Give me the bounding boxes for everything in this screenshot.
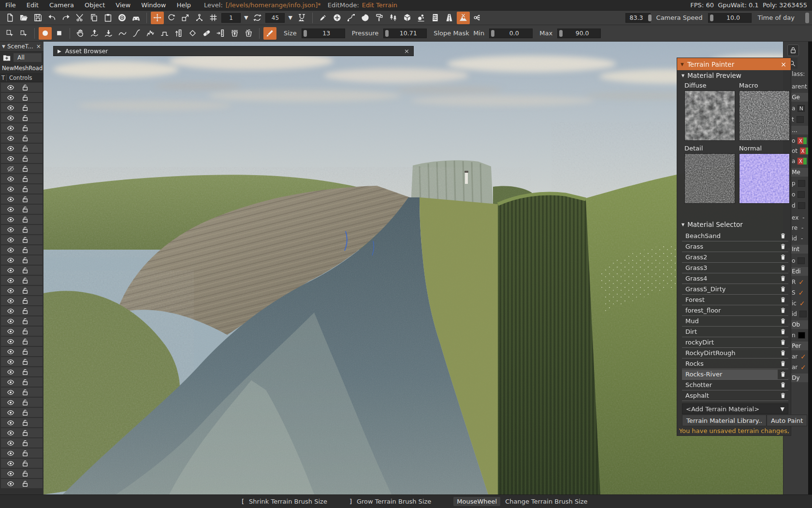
material-row[interactable]: Asphalt <box>682 390 788 401</box>
flatten-button[interactable] <box>158 27 171 40</box>
unlock-icon[interactable] <box>21 470 29 478</box>
visibility-icon[interactable] <box>7 94 14 102</box>
scene-tree-row[interactable] <box>1 377 43 387</box>
material-name[interactable]: Grass3 <box>682 264 780 271</box>
scene-tree-row[interactable] <box>1 235 43 244</box>
material-name[interactable]: Rocks-River <box>682 370 778 379</box>
material-row[interactable]: Mud <box>682 316 788 327</box>
scene-tree-row[interactable] <box>1 357 43 366</box>
visibility-icon[interactable] <box>7 114 14 122</box>
scene-tree-row[interactable] <box>1 438 43 448</box>
delete-material-icon[interactable] <box>780 254 786 261</box>
panel-menu-icon[interactable]: ▼ <box>0 44 7 49</box>
scene-tree-row[interactable] <box>1 103 43 112</box>
scene-tree-row[interactable] <box>1 316 43 326</box>
terrain-snap-button[interactable] <box>295 12 308 24</box>
add-object-button[interactable] <box>331 12 344 24</box>
scene-tree-row[interactable] <box>1 134 43 143</box>
rotate-button[interactable] <box>165 12 178 24</box>
unlock-icon[interactable] <box>21 358 29 366</box>
unlock-icon[interactable] <box>21 480 29 488</box>
translate-button[interactable] <box>151 12 164 24</box>
unlock-icon[interactable] <box>21 246 29 254</box>
grid-snap-size-field[interactable]: 1 <box>221 13 241 23</box>
column-controls[interactable]: Controls <box>7 75 35 81</box>
scene-tree-row[interactable] <box>1 93 43 102</box>
unlock-icon[interactable] <box>21 155 29 163</box>
delete-material-icon[interactable] <box>780 349 786 357</box>
unlock-icon[interactable] <box>21 419 29 427</box>
unlock-icon[interactable] <box>21 256 29 264</box>
grab-terrain-button[interactable] <box>74 27 87 40</box>
toolbar-end-handle[interactable] <box>805 13 809 23</box>
material-row[interactable]: Grass4 <box>682 273 788 284</box>
paint-roller-button[interactable] <box>373 12 386 24</box>
open-folder-button[interactable] <box>17 12 30 24</box>
value-box[interactable] <box>798 180 805 187</box>
vehicle-button[interactable] <box>130 12 143 24</box>
smooth-slope-button[interactable] <box>130 27 143 40</box>
material-name[interactable]: RockyDirtRough <box>682 349 780 357</box>
scene-tree-row[interactable] <box>1 205 43 214</box>
unlock-icon[interactable] <box>21 104 29 112</box>
scene-tree-row[interactable] <box>1 144 43 153</box>
scene-tree-row[interactable] <box>1 276 43 285</box>
material-name[interactable]: Grass5_Dirty <box>682 285 780 293</box>
menu-window[interactable]: Window <box>136 1 171 9</box>
material-name[interactable]: forest_floor <box>682 307 780 314</box>
path-spline-button[interactable] <box>345 12 358 24</box>
value-box[interactable]: N <box>798 105 805 112</box>
visibility-icon[interactable] <box>7 328 14 335</box>
material-preview-section[interactable]: ▼ Material Preview <box>677 70 791 81</box>
value-box[interactable] <box>798 257 805 264</box>
unlock-icon[interactable] <box>21 84 29 91</box>
scene-tree-tab[interactable]: ▼ SceneT... × <box>0 42 44 52</box>
set-height-button[interactable] <box>172 27 185 40</box>
value-box[interactable] <box>798 332 805 339</box>
paste-button[interactable] <box>102 12 115 24</box>
material-name[interactable]: Asphalt <box>682 392 780 399</box>
material-row[interactable]: Schotter <box>682 380 788 390</box>
scene-tree-row[interactable] <box>1 255 43 265</box>
material-row[interactable]: Grass <box>682 241 788 252</box>
unlock-icon[interactable] <box>21 429 29 437</box>
material-row[interactable]: forest_floor <box>682 305 788 316</box>
unlock-icon[interactable] <box>21 388 29 396</box>
unlock-icon[interactable] <box>21 348 29 356</box>
y-axis-box[interactable] <box>803 158 807 164</box>
auto-paint-button[interactable]: Auto Paint <box>767 415 808 426</box>
scene-tree-row[interactable] <box>1 123 43 133</box>
material-row[interactable]: Rocks-River <box>682 369 788 380</box>
scene-tree-row[interactable] <box>1 286 43 295</box>
smooth-button[interactable] <box>116 27 129 40</box>
level-path[interactable]: [/levels/homerange/info.json]* <box>226 1 321 9</box>
draw-pencil-button[interactable] <box>317 12 330 24</box>
material-row[interactable]: Forest <box>682 295 788 305</box>
clear-terrain-button[interactable] <box>186 27 199 40</box>
grid-snap-button[interactable] <box>207 12 220 24</box>
unlock-icon[interactable] <box>21 165 29 173</box>
slope-mask-max-slider[interactable] <box>559 30 563 37</box>
mesh-tool-button[interactable] <box>401 12 414 24</box>
mesh-connect-button[interactable] <box>471 12 484 24</box>
visibility-icon[interactable] <box>7 84 14 91</box>
expand-icon[interactable]: ▶ <box>54 48 65 54</box>
brush-pressure-slider[interactable] <box>385 30 389 37</box>
flood-lower-button[interactable] <box>242 27 255 40</box>
decal-button[interactable] <box>359 12 372 24</box>
visibility-icon[interactable] <box>7 145 14 152</box>
scene-tree-row[interactable] <box>1 164 43 173</box>
material-name[interactable]: BeachSand <box>682 232 780 239</box>
visibility-icon[interactable] <box>7 287 14 295</box>
visibility-icon[interactable] <box>7 399 14 406</box>
material-row[interactable]: Dirt <box>682 327 788 337</box>
unlock-icon[interactable] <box>21 277 29 284</box>
scene-tree-filter-select[interactable]: All <box>14 53 42 62</box>
unlock-icon[interactable] <box>21 460 29 467</box>
delete-material-icon[interactable] <box>780 328 786 335</box>
delete-material-icon[interactable] <box>780 317 786 325</box>
scene-tree-row[interactable] <box>1 428 43 437</box>
material-name[interactable]: Grass <box>682 243 780 250</box>
delete-material-icon[interactable] <box>780 307 786 314</box>
visibility-icon[interactable] <box>7 124 14 132</box>
